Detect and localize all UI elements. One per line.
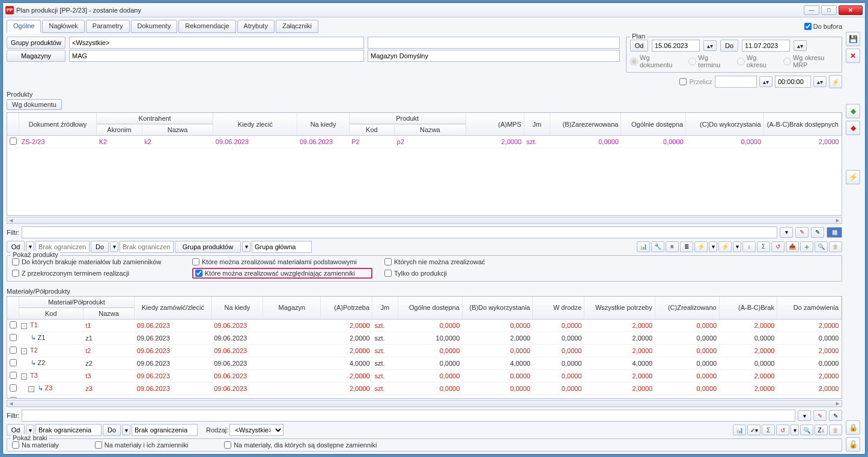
scrollbar[interactable]: ◄► [7,400,842,407]
plan-do-date[interactable] [742,40,790,52]
radio-wg-okresu-mrp[interactable]: Wg okresu MRP [783,54,838,68]
produkty-grid[interactable]: Dokument źródłowy Kontrahent Kiedy zleci… [7,112,842,216]
filter-input2[interactable] [22,410,795,422]
spinner-icon[interactable]: ▴▾ [759,76,772,87]
table-row[interactable]: ZS-2/23 K2 k2 09.06.2023 09.06.2023 P2 p… [7,136,842,148]
col-brak[interactable]: (A-B-C)Brak dostępnych [763,113,841,136]
col-zarez[interactable]: (B)Zarezerwowana [550,113,621,136]
col-kod[interactable]: Kod [349,124,394,136]
plan-od-date[interactable] [652,40,700,52]
export-button[interactable]: 📤 [786,241,799,252]
chk-na-materialy-dostepne[interactable]: Na materiały, dla których są dostępne za… [224,441,377,449]
side-lightning-button[interactable]: ⚡ [846,170,860,184]
row-check[interactable] [10,347,17,354]
do-button2[interactable]: Do [91,241,109,253]
col-knazwa[interactable]: Nazwa [142,124,213,136]
tab-naglowek[interactable]: Nagłówek [42,20,84,33]
row-check[interactable] [10,384,17,392]
chk-tylko-produkcji[interactable]: Tylko do produkcji [384,268,553,279]
rodzaj-select[interactable]: <Wszystkie> [229,424,284,436]
col-dokument[interactable]: Dokument źródłowy [19,113,96,136]
tab-dokumenty[interactable]: Dokumenty [131,20,178,33]
col-produkt[interactable]: Produkt [349,113,466,124]
sigma-button[interactable]: Σ [757,241,770,252]
col-jm2[interactable]: Jm [372,297,398,319]
filter-apply-button[interactable]: ▦ [827,227,842,238]
col-cdow[interactable]: (C)Do wykorzystania [686,113,763,136]
chk-brakuje-materialow[interactable]: Do których brakuje materiałów lub zamien… [12,258,180,265]
col-kiedy[interactable]: Kiedy zlecić [213,113,297,136]
col-material[interactable]: Materiał/Półprodukt [19,297,135,308]
row-check[interactable] [10,334,17,341]
magazyny-button[interactable]: Magazyny [7,50,65,62]
scrollbar[interactable]: ◄► [7,217,842,224]
materialy-grid[interactable]: Materiał/Półprodukt Kiedy zamówić/zlecić… [7,296,842,399]
filter-dropdown[interactable]: ▾ [780,227,793,238]
col-kontrahent[interactable]: Kontrahent [97,113,213,124]
col-wdrodze[interactable]: W drodze [533,297,584,319]
plan-do-button[interactable]: Do [720,40,738,52]
close-button[interactable]: ✕ [839,5,863,15]
col-mps[interactable]: (A)MPS [466,113,524,136]
do-field3[interactable] [132,424,198,436]
przelicz-time[interactable] [775,76,811,88]
export-button2[interactable]: Z↓ [815,425,828,435]
spinner-icon[interactable]: ▴▾ [813,76,827,87]
search-button[interactable]: 🔍 [815,241,828,252]
chk-uwzgledniajac-zamienniki[interactable]: Które można zrealizować uwzględniając za… [195,270,369,277]
minimize-button[interactable]: — [804,5,819,15]
side-action1-button[interactable]: ◆ [846,104,860,118]
filter-input[interactable] [22,226,777,238]
grupy-produktow-field[interactable] [69,37,364,49]
table-row[interactable]: - T1t109.06.202309.06.20232,0000szt.0,00… [7,319,842,331]
save-button[interactable]: 💾 [846,32,860,46]
col-dozamowienia[interactable]: Do zamówienia [777,297,841,319]
przelicz-check[interactable]: Przelicz [679,78,712,85]
spinner-icon[interactable]: ▴▾ [703,40,717,51]
undo-button2[interactable]: ↺ [776,425,789,435]
table-row[interactable]: - ↳ Z3z309.06.202309.06.20232,0000szt.0,… [7,382,842,395]
add-button[interactable]: + [800,241,813,252]
maximize-button[interactable]: □ [821,5,837,15]
row-check[interactable] [10,138,17,145]
chk-na-materialy-zamienniki[interactable]: Na materiały i ich zamienniki [95,441,188,449]
chart-button2[interactable]: 📊 [733,425,746,435]
lightning2-button[interactable]: ⚡ [718,241,732,252]
sigma-button2[interactable]: Σ [762,425,775,435]
chk-nie-mozna[interactable]: Których nie można zrealizować [384,258,553,265]
plan-od-button[interactable]: Od [630,40,648,52]
tab-atrybuty[interactable]: Atrybuty [237,20,275,33]
check-button[interactable]: ✓▾ [747,425,760,435]
table-row[interactable]: + ↳ Z4z409.06.202309.06.20234,0000szt.10… [7,395,842,399]
dd-icon[interactable]: ▾ [709,241,717,252]
grupa-glowna-field[interactable] [252,241,312,253]
undo-button[interactable]: ↺ [771,241,785,252]
tab-ogolne[interactable]: Ogólne [7,20,41,33]
col-bdo[interactable]: (B)Do wykorzystania [462,297,533,319]
filter-dropdown2[interactable]: ▾ [798,410,811,421]
spinner-icon[interactable]: ▴▾ [794,40,807,51]
dd-icon[interactable]: ▾ [110,241,118,252]
col-magazyn[interactable]: Magazyn [263,297,321,319]
magazyn-name-field[interactable] [368,50,620,62]
col-nakiedy[interactable]: Na kiedy [297,113,349,136]
do-bufora-check[interactable]: Do bufora [804,20,842,33]
list2-button[interactable]: ≣ [680,241,693,252]
search-button2[interactable]: 🔍 [800,425,813,435]
filter-edit-button2[interactable]: ✎ [829,410,842,421]
do-field2[interactable] [120,241,174,253]
side-action2-button[interactable]: ◆ [846,121,860,135]
unlock-button[interactable]: 🔓 [846,437,860,452]
chk-mat-podstawowe[interactable]: Które można zrealizować materiałami pods… [192,258,372,265]
lock-button[interactable]: 🔒 [846,420,860,435]
grupy-produktow-button[interactable]: Grupy produktów [7,37,65,49]
col-potrzeba[interactable]: (A)Potrzeba [321,297,372,319]
col-jm[interactable]: Jm [524,113,550,136]
radio-wg-dokumentu[interactable]: Wg dokumentu [630,54,681,68]
grupa-produktow-button[interactable]: Grupa produktów [175,241,241,253]
lightning-button[interactable]: ⚡ [829,75,842,88]
wg-dokumentu-tag[interactable]: Wg dokumentu [7,99,62,110]
dd-icon[interactable]: ▾ [733,241,741,252]
col-kod2[interactable]: Kod [19,307,83,319]
chart-button[interactable]: 📊 [637,241,650,252]
